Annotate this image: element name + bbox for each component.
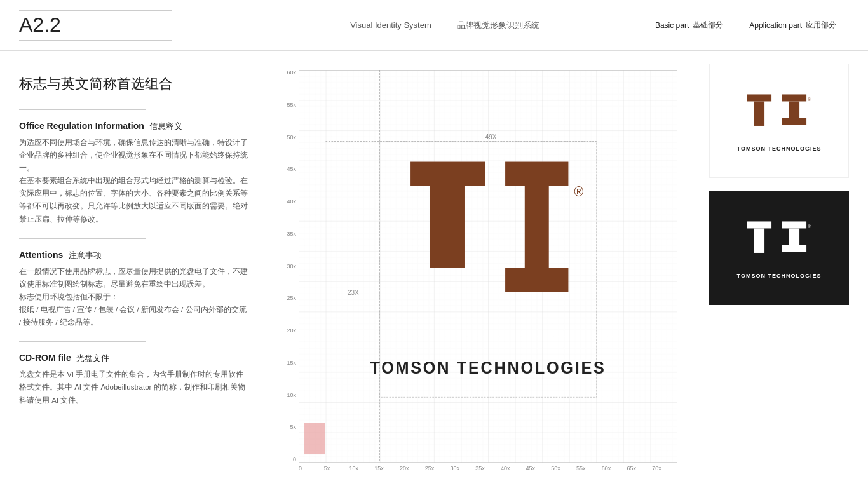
- svg-rect-11: [410, 162, 485, 186]
- x-label-65: 65x: [627, 465, 653, 471]
- section2-body: 在一般情况下使用品牌标志，应尽量使用提供的光盘电子文件，不建议使用标准制图绘制标…: [19, 265, 248, 329]
- y-label-50: 50x: [273, 135, 299, 140]
- nav-application[interactable]: Application part 应用部分: [736, 13, 849, 38]
- y-label-30: 30x: [273, 264, 299, 269]
- vi-title-en: Visual Identity System: [350, 20, 431, 30]
- logo-black-box: ® TOMSON TECHNOLOGIES: [709, 191, 849, 305]
- x-label-15: 15x: [374, 465, 400, 471]
- sidebar-title: 标志与英文简称首选组合: [19, 74, 248, 94]
- y-axis: 0 5x 10x 15x 20x 25x 30x 35x 40x 45x 50x…: [273, 70, 299, 463]
- y-label-0: 0: [273, 457, 299, 463]
- sidebar-section-2: Attentions 注意事项 在一般情况下使用品牌标志，应尽量使用提供的光盘电…: [19, 249, 248, 329]
- y-label-25: 25x: [273, 295, 299, 301]
- sidebar: 标志与英文简称首选组合 Office Regulation Informatio…: [0, 51, 267, 488]
- section2-title-en: Attentions: [19, 250, 63, 260]
- logo-area: ® TOMSON TECHNOLOGIES ® TOMSON TECHNOLOG…: [690, 51, 868, 488]
- svg-rect-18: [747, 94, 772, 101]
- svg-rect-20: [782, 94, 807, 101]
- y-label-60: 60x: [273, 70, 299, 76]
- x-label-55: 55x: [576, 465, 602, 471]
- sidebar-divider-3: [19, 341, 146, 342]
- chart-inner: 0 5x 10x 15x 20x 25x 30x 35x 40x 45x 50x…: [273, 57, 684, 482]
- section3-title-zh: 光盘文件: [76, 353, 109, 363]
- sidebar-top-line: [19, 64, 172, 64]
- grid-svg: 49X 23X x: [299, 70, 677, 463]
- y-label-45: 45x: [273, 166, 299, 172]
- x-label-5: 5x: [324, 465, 349, 471]
- logo-brandname-black: TOMSON TECHNOLOGIES: [737, 273, 822, 279]
- x-label-10: 10x: [349, 465, 374, 471]
- nav-basic[interactable]: Basic part 基础部分: [642, 13, 736, 38]
- nav-application-en: Application part: [749, 21, 802, 30]
- sidebar-divider-1: [19, 109, 146, 110]
- section3-title-en: CD-ROM file: [19, 353, 71, 363]
- svg-text:49X: 49X: [485, 133, 497, 140]
- nav-basic-zh: 基础部分: [693, 20, 723, 30]
- logo-white-box: ® TOMSON TECHNOLOGIES: [709, 64, 849, 178]
- y-label-15: 15x: [273, 360, 299, 366]
- svg-rect-28: [782, 245, 807, 252]
- sidebar-section-3: CD-ROM file 光盘文件 光盘文件是本 VI 手册电子文件的集合，内含手…: [19, 352, 248, 406]
- svg-rect-13: [505, 162, 568, 186]
- logo-svg-white: ®: [744, 90, 814, 140]
- svg-rect-19: [754, 101, 765, 126]
- svg-text:®: ®: [574, 184, 583, 199]
- x-label-70: 70x: [652, 465, 677, 471]
- x-axis: 0 5x 10x 15x 20x 25x 30x 35x 40x 45x 50x…: [299, 463, 677, 482]
- x-label-50: 50x: [551, 465, 576, 471]
- svg-rect-14: [525, 186, 549, 268]
- svg-text:®: ®: [808, 97, 811, 102]
- page-code: A2.2: [19, 15, 248, 35]
- header-center: Visual Identity System 品牌视觉形象识别系统: [267, 20, 623, 31]
- y-label-5: 5x: [273, 424, 299, 430]
- sidebar-divider-2: [19, 238, 146, 239]
- svg-text:TOMSON TECHNOLOGIES: TOMSON TECHNOLOGIES: [370, 358, 606, 377]
- sidebar-section-1: Office Regulation Information 信息释义 为适应不同…: [19, 120, 248, 226]
- section2-title-zh: 注意事项: [69, 250, 102, 260]
- vi-title-zh: 品牌视觉形象识别系统: [457, 20, 539, 31]
- svg-rect-9: [304, 423, 325, 454]
- section1-title-en: Office Regulation Information: [19, 121, 144, 131]
- y-label-10: 10x: [273, 393, 299, 398]
- y-label-40: 40x: [273, 199, 299, 205]
- chart-area: 0 5x 10x 15x 20x 25x 30x 35x 40x 45x 50x…: [267, 51, 690, 488]
- svg-rect-15: [505, 268, 568, 292]
- section1-body: 为适应不同使用场合与环境，确保信息传达的清晰与准确，特设计了企业品牌的多种组合，…: [19, 136, 248, 226]
- y-label-55: 55x: [273, 102, 299, 108]
- x-label-25: 25x: [425, 465, 451, 471]
- svg-rect-12: [430, 186, 465, 268]
- svg-rect-25: [754, 228, 765, 253]
- svg-rect-2: [299, 70, 677, 463]
- header: A2.2 Visual Identity System 品牌视觉形象识别系统 B…: [0, 0, 868, 51]
- logo-svg-black: ®: [744, 217, 814, 268]
- svg-rect-21: [789, 101, 800, 118]
- logo-brandname-white: TOMSON TECHNOLOGIES: [737, 146, 822, 152]
- header-nav: Basic part 基础部分 Application part 应用部分: [623, 13, 868, 38]
- x-label-0: 0: [299, 465, 324, 471]
- y-label-35: 35x: [273, 231, 299, 237]
- x-label-60: 60x: [602, 465, 627, 471]
- x-label-45: 45x: [526, 465, 552, 471]
- x-label-20: 20x: [400, 465, 425, 471]
- svg-rect-26: [782, 221, 807, 228]
- svg-rect-22: [782, 118, 807, 125]
- x-label-40: 40x: [501, 465, 526, 471]
- x-label-30: 30x: [450, 465, 475, 471]
- svg-rect-24: [747, 221, 772, 228]
- nav-application-zh: 应用部分: [806, 20, 836, 30]
- section1-title-zh: 信息释义: [149, 121, 182, 131]
- nav-basic-en: Basic part: [655, 21, 689, 30]
- y-label-20: 20x: [273, 328, 299, 334]
- header-left: A2.2: [0, 10, 267, 41]
- svg-text:®: ®: [808, 224, 811, 229]
- svg-text:23X: 23X: [348, 288, 359, 296]
- section3-body: 光盘文件是本 VI 手册电子文件的集合，内含手册制作时的专用软件格式文件。其中 …: [19, 368, 248, 406]
- grid-canvas: 49X 23X x: [299, 70, 677, 463]
- svg-rect-27: [789, 228, 800, 245]
- x-label-35: 35x: [475, 465, 501, 471]
